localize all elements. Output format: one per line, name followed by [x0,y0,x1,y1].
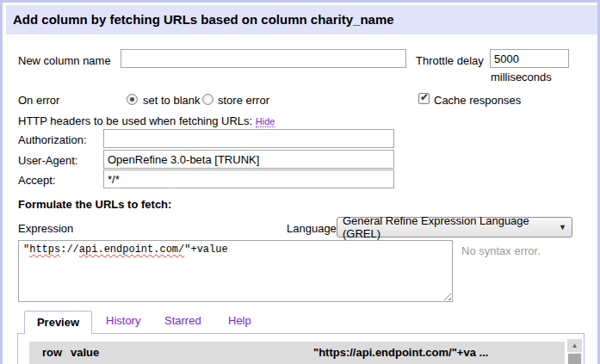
throttle-unit-label: milliseconds [491,71,552,83]
hide-headers-link[interactable]: Hide [256,116,275,127]
user-agent-input[interactable] [103,150,394,169]
expression-segment: :// [60,244,79,256]
http-headers-heading-text: HTTP headers to be used when fetching UR… [18,114,252,127]
accept-label: Accept: [18,174,55,187]
dialog-title: Add column by fetching URLs based on col… [6,5,597,34]
language-select-value: General Refine Expression Language (GREL… [343,214,559,240]
tab-history[interactable]: History [106,314,140,327]
scroll-up-icon[interactable]: ▲ [567,339,582,352]
resize-handle-icon[interactable] [442,292,451,300]
cache-responses-label[interactable]: Cache responses [434,94,521,107]
expression-segment: api.endpoint.com/ [79,244,184,256]
accept-input[interactable] [103,170,394,188]
user-agent-label: User-Agent: [18,154,77,167]
authorization-input[interactable] [103,129,394,148]
column-header-row: row [42,346,62,359]
on-error-radio-store-error[interactable] [202,94,213,105]
on-error-label: On error [18,94,59,107]
language-select[interactable]: General Refine Expression Language (GREL… [337,217,572,238]
preview-scrollbar[interactable]: ▲ [567,339,582,364]
column-header-expression: "https://api.endpoint.com/"+va ... [313,346,488,359]
syntax-status: No syntax error. [461,244,541,257]
throttle-delay-label: Throttle delay [416,54,484,67]
screen: Add column by fetching URLs based on col… [0,0,600,364]
http-headers-heading: HTTP headers to be used when fetching UR… [18,114,275,127]
cache-responses-checkbox[interactable] [418,93,430,104]
preview-table-header: row value "https://api.endpoint.com/"+va… [29,342,565,364]
tab-preview[interactable]: Preview [24,311,92,334]
on-error-radio-store-error-label[interactable]: store error [218,94,269,107]
expression-segment: "+value [184,244,227,256]
language-label: Language [287,222,337,235]
scrollbar-thumb[interactable] [568,354,581,364]
preview-panel: row value "https://api.endpoint.com/"+va… [17,333,585,364]
authorization-label: Authorization: [18,133,87,146]
expression-segment: https [29,244,60,256]
tab-help[interactable]: Help [228,314,251,327]
new-column-name-label: New column name [18,54,111,67]
tab-starred[interactable]: Starred [164,314,201,327]
on-error-radio-set-to-blank-label[interactable]: set to blank [143,94,201,107]
new-column-name-input[interactable] [121,49,406,68]
column-header-value: value [71,346,99,359]
expression-label: Expression [18,222,73,235]
expression-editor[interactable]: "https://api.endpoint.com/"+value [18,240,453,302]
on-error-radio-set-to-blank[interactable] [127,94,138,105]
chevron-down-icon: ▼ [559,223,566,231]
formulate-urls-heading: Formulate the URLs to fetch: [18,198,171,211]
throttle-delay-input[interactable] [490,49,569,68]
add-column-fetch-dialog: Add column by fetching URLs based on col… [0,0,600,364]
